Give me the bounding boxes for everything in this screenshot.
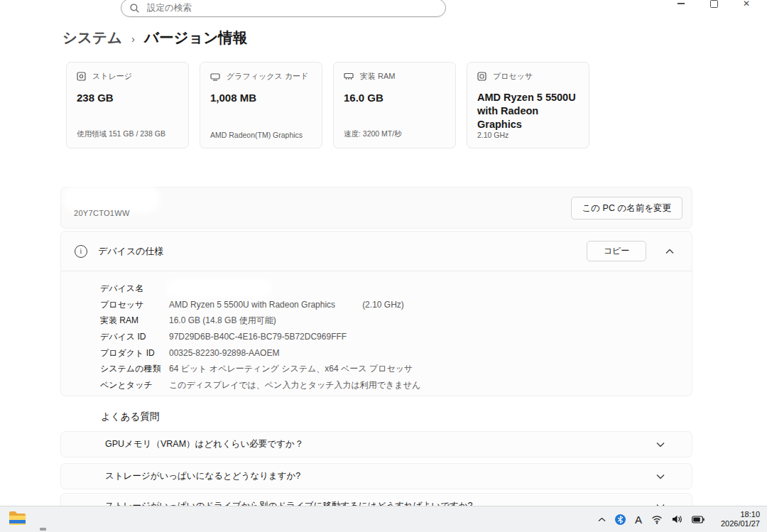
search-input[interactable] <box>146 2 437 13</box>
spec-row-product-id: プロダクト ID 00325-82230-92898-AAOEM <box>100 345 692 362</box>
card-subtext: 速度: 3200 MT/秒 <box>344 129 402 139</box>
device-specs-rows: デバイス名 プロセッサ AMD Ryzen 5 5500U with Radeo… <box>61 271 692 393</box>
card-subtext: AMD Radeon(TM) Graphics <box>210 131 303 139</box>
graphics-card-icon <box>210 72 220 81</box>
spec-row-ram: 実装 RAM 16.0 GB (14.8 GB 使用可能) <box>100 313 692 329</box>
clock-date: 2026/01/27 <box>721 519 760 529</box>
card-value: 16.0 GB <box>344 91 445 105</box>
taskbar-clock[interactable]: 18:10 2026/01/27 <box>721 510 760 529</box>
card-label: プロセッサ <box>493 71 533 82</box>
card-label: グラフィックス カード <box>227 71 308 82</box>
chevron-down-icon <box>656 474 665 479</box>
taskbar: A 18:10 2026/01/27 <box>0 506 767 532</box>
settings-search-box[interactable] <box>121 0 446 17</box>
minimize-icon <box>678 3 685 4</box>
minimize-button[interactable] <box>665 0 697 11</box>
spec-row-device-name: デバイス名 <box>100 281 692 297</box>
device-model-number: 20Y7CTO1WW <box>74 209 130 217</box>
breadcrumb-separator: › <box>131 33 135 45</box>
file-explorer-icon[interactable] <box>9 509 26 529</box>
faq-question-label: ストレージがいっぱいになるとどうなりますか? <box>105 470 300 482</box>
faq-question-vram[interactable]: GPUメモリ（VRAM）はどれくらい必要ですか？ <box>60 431 692 457</box>
search-icon <box>130 4 139 13</box>
faq-title: よくある質問 <box>101 411 159 423</box>
breadcrumb: システム › バージョン情報 <box>62 28 247 48</box>
rename-pc-button[interactable]: この PC の名前を変更 <box>571 197 682 219</box>
maximize-button[interactable] <box>697 0 730 11</box>
processor-card[interactable]: プロセッサ AMD Ryzen 5 5500U with Radeon Grap… <box>467 62 589 148</box>
collapse-button[interactable] <box>663 246 677 257</box>
close-icon: ✕ <box>743 0 750 8</box>
device-specs-section: i デバイスの仕様 コピー デバイス名 プロセッサ AMD Ryzen 5 55… <box>60 231 692 396</box>
storage-card[interactable]: ストレージ 238 GB 使用領域 151 GB / 238 GB <box>66 62 189 148</box>
device-specs-title: デバイスの仕様 <box>98 245 164 258</box>
card-label: ストレージ <box>92 71 132 82</box>
window-controls: ✕ <box>665 0 763 11</box>
ram-card[interactable]: 実装 RAM 16.0 GB 速度: 3200 MT/秒 <box>333 62 456 148</box>
battery-icon[interactable] <box>692 516 705 523</box>
spec-row-system-type: システムの種類 64 ビット オペレーティング システム、x64 ベース プロセ… <box>100 361 692 377</box>
card-label: 実装 RAM <box>360 71 396 82</box>
spec-row-processor: プロセッサ AMD Ryzen 5 5500U with Radeon Grap… <box>100 297 692 313</box>
chevron-down-icon <box>656 442 665 447</box>
card-subtext: 2.10 GHz <box>477 131 508 139</box>
close-button[interactable]: ✕ <box>730 0 763 11</box>
faq-question-label: GPUメモリ（VRAM）はどれくらい必要ですか？ <box>105 438 303 450</box>
ime-language-indicator[interactable]: A <box>635 514 642 526</box>
breadcrumb-system[interactable]: システム <box>62 28 122 48</box>
device-name-redacted <box>67 190 156 209</box>
device-name-banner: 20Y7CTO1WW この PC の名前を変更 <box>60 187 692 229</box>
chevron-up-icon <box>598 517 606 522</box>
faq-question-storage-full[interactable]: ストレージがいっぱいになるとどうなりますか? <box>60 463 692 489</box>
hidden-icons-chevron[interactable] <box>598 517 606 522</box>
system-tray: A 18:10 2026/01/27 <box>598 506 763 532</box>
device-specs-header[interactable]: i デバイスの仕様 コピー <box>61 232 692 271</box>
card-value: AMD Ryzen 5 5500U with Radeon Graphics <box>477 91 579 131</box>
taskbar-indicator <box>40 528 46 531</box>
card-subtext: 使用領域 151 GB / 238 GB <box>77 129 165 139</box>
maximize-icon <box>710 0 718 8</box>
clock-time: 18:10 <box>721 510 760 520</box>
chevron-up-icon <box>665 249 674 254</box>
processor-icon <box>477 72 486 81</box>
page-title: バージョン情報 <box>144 28 247 48</box>
spec-row-device-id: デバイス ID 97D29D6B-B40C-4E16-BC79-5B72DC96… <box>100 329 692 345</box>
wifi-icon[interactable] <box>651 515 663 524</box>
copy-button[interactable]: コピー <box>587 241 646 261</box>
storage-icon <box>77 72 86 81</box>
card-value: 238 GB <box>77 91 178 105</box>
graphics-card-card[interactable]: グラフィックス カード 1,008 MB AMD Radeon(TM) Grap… <box>200 62 322 148</box>
bluetooth-icon[interactable] <box>615 514 626 525</box>
spec-row-pen-touch: ペンとタッチ このディスプレイでは、ペン入力とタッチ入力は利用できません <box>100 377 692 393</box>
summary-cards: ストレージ 238 GB 使用領域 151 GB / 238 GB グラフィック… <box>66 62 589 148</box>
info-icon: i <box>75 245 87 258</box>
device-name-value-redacted <box>169 283 268 294</box>
volume-icon[interactable] <box>672 515 682 523</box>
card-value: 1,008 MB <box>210 91 312 105</box>
ram-icon <box>344 72 354 80</box>
